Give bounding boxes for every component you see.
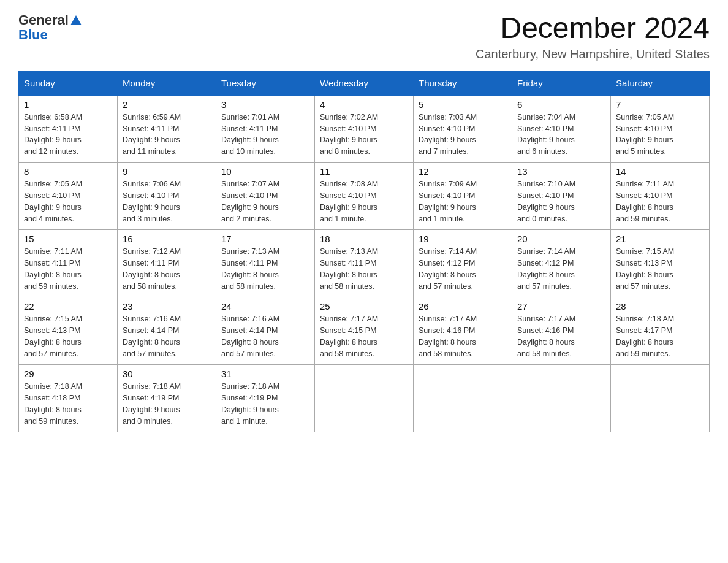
calendar-cell: 12Sunrise: 7:09 AMSunset: 4:10 PMDayligh… [414, 163, 512, 230]
day-info: Sunrise: 7:05 AMSunset: 4:10 PMDaylight:… [24, 178, 112, 224]
day-info: Sunrise: 6:59 AMSunset: 4:11 PMDaylight:… [123, 112, 211, 158]
day-info: Sunrise: 7:18 AMSunset: 4:19 PMDaylight:… [123, 381, 211, 427]
calendar-cell: 24Sunrise: 7:16 AMSunset: 4:14 PMDayligh… [216, 297, 315, 365]
calendar-week-row: 15Sunrise: 7:11 AMSunset: 4:11 PMDayligh… [19, 230, 710, 297]
calendar-cell: 3Sunrise: 7:01 AMSunset: 4:11 PMDaylight… [216, 95, 315, 163]
day-number: 2 [123, 99, 211, 110]
day-number: 12 [419, 166, 507, 177]
calendar-cell: 2Sunrise: 6:59 AMSunset: 4:11 PMDaylight… [118, 95, 216, 163]
calendar-week-row: 22Sunrise: 7:15 AMSunset: 4:13 PMDayligh… [19, 297, 710, 365]
calendar-week-row: 8Sunrise: 7:05 AMSunset: 4:10 PMDaylight… [19, 163, 710, 230]
calendar-cell: 23Sunrise: 7:16 AMSunset: 4:14 PMDayligh… [118, 297, 216, 365]
day-info: Sunrise: 7:18 AMSunset: 4:19 PMDaylight:… [221, 381, 309, 427]
month-title: December 2024 [476, 12, 710, 45]
day-info: Sunrise: 7:14 AMSunset: 4:12 PMDaylight:… [517, 246, 605, 292]
calendar-cell: 20Sunrise: 7:14 AMSunset: 4:12 PMDayligh… [512, 230, 611, 297]
day-info: Sunrise: 7:16 AMSunset: 4:14 PMDaylight:… [221, 313, 309, 359]
day-number: 29 [24, 369, 112, 379]
header-row: Sunday Monday Tuesday Wednesday Thursday… [19, 71, 710, 95]
day-number: 13 [517, 166, 605, 177]
calendar-cell [315, 365, 414, 432]
logo-general-text: General [18, 12, 69, 28]
day-info: Sunrise: 7:05 AMSunset: 4:10 PMDaylight:… [616, 112, 704, 158]
day-number: 1 [24, 99, 112, 110]
day-number: 15 [24, 234, 112, 244]
day-number: 16 [123, 234, 211, 244]
day-number: 30 [123, 369, 211, 379]
calendar-header: Sunday Monday Tuesday Wednesday Thursday… [19, 71, 710, 95]
day-number: 17 [221, 234, 309, 244]
day-info: Sunrise: 7:08 AMSunset: 4:10 PMDaylight:… [320, 178, 408, 224]
day-info: Sunrise: 7:14 AMSunset: 4:12 PMDaylight:… [419, 246, 507, 292]
day-info: Sunrise: 7:15 AMSunset: 4:13 PMDaylight:… [24, 313, 112, 359]
day-number: 9 [123, 166, 211, 177]
svg-marker-0 [70, 15, 82, 25]
day-number: 11 [320, 166, 408, 177]
day-number: 6 [517, 99, 605, 110]
day-number: 25 [320, 301, 408, 312]
logo-blue-text: Blue [18, 27, 48, 43]
day-number: 21 [616, 234, 704, 244]
calendar-cell: 17Sunrise: 7:13 AMSunset: 4:11 PMDayligh… [216, 230, 315, 297]
day-info: Sunrise: 7:18 AMSunset: 4:17 PMDaylight:… [616, 313, 704, 359]
calendar-cell: 14Sunrise: 7:11 AMSunset: 4:10 PMDayligh… [611, 163, 710, 230]
day-info: Sunrise: 7:03 AMSunset: 4:10 PMDaylight:… [419, 112, 507, 158]
calendar-cell: 5Sunrise: 7:03 AMSunset: 4:10 PMDaylight… [414, 95, 512, 163]
calendar-cell [611, 365, 710, 432]
calendar-week-row: 29Sunrise: 7:18 AMSunset: 4:18 PMDayligh… [19, 365, 710, 432]
col-tuesday: Tuesday [216, 71, 315, 95]
calendar-cell: 25Sunrise: 7:17 AMSunset: 4:15 PMDayligh… [315, 297, 414, 365]
day-number: 7 [616, 99, 704, 110]
calendar-cell: 4Sunrise: 7:02 AMSunset: 4:10 PMDaylight… [315, 95, 414, 163]
calendar-week-row: 1Sunrise: 6:58 AMSunset: 4:11 PMDaylight… [19, 95, 710, 163]
day-number: 26 [419, 301, 507, 312]
day-number: 10 [221, 166, 309, 177]
day-info: Sunrise: 7:12 AMSunset: 4:11 PMDaylight:… [123, 246, 211, 292]
col-sunday: Sunday [19, 71, 118, 95]
calendar-cell: 16Sunrise: 7:12 AMSunset: 4:11 PMDayligh… [118, 230, 216, 297]
location-title: Canterbury, New Hampshire, United States [476, 47, 710, 61]
calendar-cell: 10Sunrise: 7:07 AMSunset: 4:10 PMDayligh… [216, 163, 315, 230]
day-number: 4 [320, 99, 408, 110]
col-friday: Friday [512, 71, 611, 95]
day-number: 5 [419, 99, 507, 110]
col-wednesday: Wednesday [315, 71, 414, 95]
calendar-cell: 19Sunrise: 7:14 AMSunset: 4:12 PMDayligh… [414, 230, 512, 297]
title-area: December 2024 Canterbury, New Hampshire,… [476, 12, 710, 61]
day-info: Sunrise: 7:02 AMSunset: 4:10 PMDaylight:… [320, 112, 408, 158]
day-info: Sunrise: 7:09 AMSunset: 4:10 PMDaylight:… [419, 178, 507, 224]
day-info: Sunrise: 6:58 AMSunset: 4:11 PMDaylight:… [24, 112, 112, 158]
calendar-cell: 6Sunrise: 7:04 AMSunset: 4:10 PMDaylight… [512, 95, 611, 163]
day-number: 27 [517, 301, 605, 312]
day-number: 3 [221, 99, 309, 110]
day-info: Sunrise: 7:06 AMSunset: 4:10 PMDaylight:… [123, 178, 211, 224]
day-info: Sunrise: 7:11 AMSunset: 4:11 PMDaylight:… [24, 246, 112, 292]
calendar-cell: 26Sunrise: 7:17 AMSunset: 4:16 PMDayligh… [414, 297, 512, 365]
calendar-cell: 21Sunrise: 7:15 AMSunset: 4:13 PMDayligh… [611, 230, 710, 297]
calendar-cell: 8Sunrise: 7:05 AMSunset: 4:10 PMDaylight… [19, 163, 118, 230]
day-number: 18 [320, 234, 408, 244]
calendar-table: Sunday Monday Tuesday Wednesday Thursday… [18, 71, 710, 433]
calendar-cell [414, 365, 512, 432]
day-info: Sunrise: 7:10 AMSunset: 4:10 PMDaylight:… [517, 178, 605, 224]
calendar-cell: 29Sunrise: 7:18 AMSunset: 4:18 PMDayligh… [19, 365, 118, 432]
page-header: General Blue December 2024 Canterbury, N… [18, 12, 710, 61]
logo: General Blue [18, 12, 82, 43]
col-thursday: Thursday [414, 71, 512, 95]
day-info: Sunrise: 7:16 AMSunset: 4:14 PMDaylight:… [123, 313, 211, 359]
day-number: 31 [221, 369, 309, 379]
calendar-cell: 15Sunrise: 7:11 AMSunset: 4:11 PMDayligh… [19, 230, 118, 297]
day-number: 23 [123, 301, 211, 312]
day-info: Sunrise: 7:17 AMSunset: 4:15 PMDaylight:… [320, 313, 408, 359]
calendar-cell: 30Sunrise: 7:18 AMSunset: 4:19 PMDayligh… [118, 365, 216, 432]
calendar-cell: 11Sunrise: 7:08 AMSunset: 4:10 PMDayligh… [315, 163, 414, 230]
day-info: Sunrise: 7:13 AMSunset: 4:11 PMDaylight:… [221, 246, 309, 292]
calendar-cell: 1Sunrise: 6:58 AMSunset: 4:11 PMDaylight… [19, 95, 118, 163]
day-info: Sunrise: 7:04 AMSunset: 4:10 PMDaylight:… [517, 112, 605, 158]
day-info: Sunrise: 7:17 AMSunset: 4:16 PMDaylight:… [517, 313, 605, 359]
day-info: Sunrise: 7:17 AMSunset: 4:16 PMDaylight:… [419, 313, 507, 359]
day-number: 14 [616, 166, 704, 177]
calendar-cell: 13Sunrise: 7:10 AMSunset: 4:10 PMDayligh… [512, 163, 611, 230]
day-info: Sunrise: 7:18 AMSunset: 4:18 PMDaylight:… [24, 381, 112, 427]
day-info: Sunrise: 7:15 AMSunset: 4:13 PMDaylight:… [616, 246, 704, 292]
